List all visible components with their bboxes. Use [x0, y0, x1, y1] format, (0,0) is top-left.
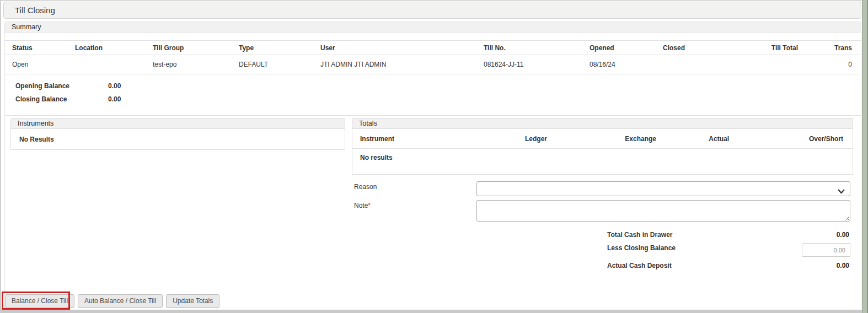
totals-col-over-short: Over/Short: [729, 135, 843, 143]
col-header-till-group: Till Group: [153, 44, 239, 52]
note-label: Note*: [354, 202, 371, 209]
summary-table-header-row: Status Location Till Group Type User Til…: [5, 40, 861, 55]
section-divider: [5, 115, 861, 116]
col-header-till-total: Till Total: [735, 44, 798, 52]
instruments-body: No Results: [10, 129, 345, 150]
cell-type: DEFAULT: [239, 61, 320, 68]
page-title-bar: Till Closing: [3, 2, 861, 19]
totals-col-exchange: Exchange: [547, 135, 656, 143]
closing-balance-row: Closing Balance 0.00: [5, 95, 861, 103]
required-asterisk: *: [368, 202, 371, 209]
cell-trans: 0: [798, 61, 852, 68]
summary-panel: Summary Status Location Till Group Type …: [4, 21, 861, 309]
col-header-opened: Opened: [590, 44, 663, 52]
reason-select[interactable]: [476, 181, 850, 196]
totals-table-header-row: Instrument Ledger Exchange Actual Over/S…: [352, 129, 853, 149]
footer-button-row: Balance / Close Till Auto Balance / Clos…: [5, 294, 219, 308]
col-header-type: Type: [239, 44, 320, 52]
actual-cash-deposit-value: 0.00: [837, 262, 849, 269]
opening-balance-value: 0.00: [108, 82, 861, 90]
window-bottom-edge: [0, 310, 868, 313]
totals-header: Totals: [352, 118, 853, 129]
closing-balance-label: Closing Balance: [15, 95, 108, 103]
cell-till-no: 081624-JJ-11: [484, 61, 590, 68]
till-closing-screen: Till Closing Summary Status Location Til…: [0, 0, 868, 313]
totals-panel: Totals Instrument Ledger Exchange Actual…: [352, 118, 853, 175]
cell-till-group: test-epo: [153, 61, 239, 68]
less-closing-balance-input[interactable]: [802, 243, 850, 257]
closing-balance-value: 0.00: [108, 95, 861, 103]
totals-body: Instrument Ledger Exchange Actual Over/S…: [352, 129, 853, 175]
opening-balance-row: Opening Balance 0.00: [5, 82, 861, 90]
auto-balance-close-till-button[interactable]: Auto Balance / Close Till: [78, 294, 163, 308]
col-header-closed: Closed: [663, 44, 735, 52]
totals-col-instrument: Instrument: [360, 135, 470, 143]
cell-opened: 08/16/24: [590, 61, 663, 68]
totals-empty-text: No results: [352, 149, 853, 166]
col-header-till-no: Till No.: [484, 44, 590, 52]
instruments-title: Instruments: [18, 120, 53, 127]
summary-section-label: Summary: [12, 23, 41, 31]
cell-user: JTI ADMIN JTI ADMIN: [320, 61, 484, 68]
totals-col-actual: Actual: [656, 135, 729, 143]
col-header-trans: Trans: [798, 44, 852, 52]
update-totals-button[interactable]: Update Totals: [166, 294, 219, 308]
col-header-status: Status: [12, 44, 75, 52]
reason-label: Reason: [354, 183, 377, 191]
total-cash-in-drawer-value: 0.00: [837, 231, 849, 239]
page-title: Till Closing: [15, 6, 55, 15]
window-top-edge: [0, 0, 868, 1]
table-row: Open test-epo DEFAULT JTI ADMIN JTI ADMI…: [5, 55, 861, 74]
opening-balance-label: Opening Balance: [15, 82, 108, 90]
col-header-location: Location: [75, 44, 153, 52]
total-cash-in-drawer-label: Total Cash in Drawer: [607, 231, 672, 239]
actual-cash-deposit-label: Actual Cash Deposit: [607, 262, 672, 269]
col-header-user: User: [320, 44, 484, 52]
summary-section-header: Summary: [5, 22, 861, 33]
totals-col-ledger: Ledger: [470, 135, 547, 143]
less-closing-balance-label: Less Closing Balance: [607, 244, 676, 252]
totals-title: Totals: [359, 120, 377, 127]
chevron-down-icon: [838, 186, 845, 196]
note-textarea[interactable]: [476, 200, 850, 222]
balance-close-till-button[interactable]: Balance / Close Till: [5, 294, 74, 308]
window-left-edge: [0, 0, 1, 313]
vertical-scrollbar[interactable]: [862, 0, 868, 313]
instruments-empty-text: No Results: [19, 136, 54, 143]
cell-status: Open: [12, 61, 75, 68]
instruments-header: Instruments: [10, 118, 345, 129]
instruments-panel: Instruments No Results: [10, 118, 345, 150]
